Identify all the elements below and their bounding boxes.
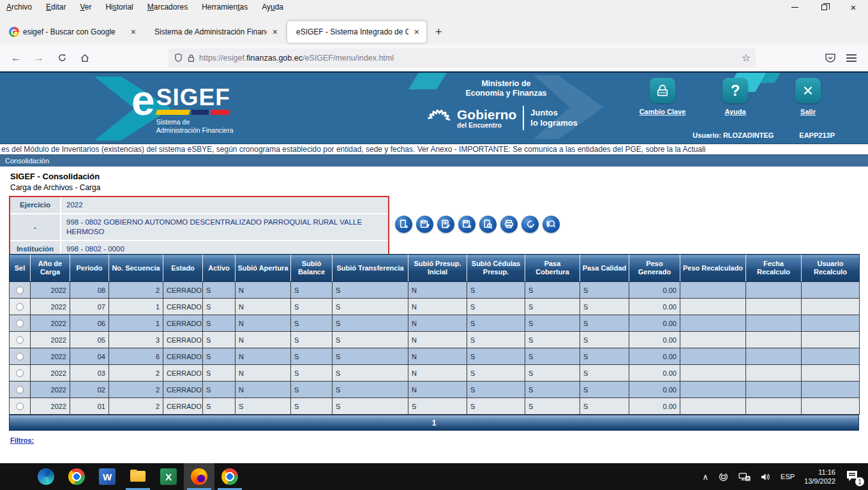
taskbar-start-button[interactable]: [0, 463, 31, 490]
speaker-icon[interactable]: [760, 472, 771, 482]
taskbar-explorer-button[interactable]: [123, 463, 153, 490]
chrome-icon: [68, 468, 85, 485]
cell-1-17: [802, 282, 860, 299]
cell-3-6: S: [203, 315, 236, 332]
cell-1-14: 0.00: [629, 282, 680, 299]
close-button[interactable]: ×: [839, 0, 868, 14]
cell-5-15: [680, 348, 746, 365]
row-radio-button[interactable]: [16, 336, 24, 344]
window-titlebar: ArchivoEditarVerHistorialMarcadoresHerra…: [0, 0, 868, 14]
column-header-4: No. Secuencia: [109, 255, 163, 282]
column-header-9: Subió Transferencia: [333, 255, 408, 282]
taskbar-excel-button[interactable]: X: [153, 463, 184, 490]
menu-item-ayuda[interactable]: Ayuda: [262, 3, 283, 11]
cell-2-8: S: [291, 299, 333, 315]
menu-item-historial[interactable]: Historial: [105, 3, 133, 11]
row-radio-button[interactable]: [16, 403, 24, 410]
back-button[interactable]: ←: [6, 48, 26, 68]
reload-button[interactable]: [52, 48, 71, 68]
upload-file-button[interactable]: [415, 215, 433, 233]
row-radio-button[interactable]: [16, 286, 24, 294]
cell-7-11: S: [467, 382, 525, 398]
select-cell: [10, 332, 31, 348]
cell-5-2: 2022: [31, 348, 70, 365]
home-button[interactable]: [75, 48, 94, 68]
taskbar-chrome-2-button[interactable]: [214, 463, 245, 490]
menu-item-editar[interactable]: Editar: [46, 3, 66, 11]
cell-8-9: S: [333, 398, 408, 415]
select-cell: [10, 365, 31, 382]
cambio-clave-label: Cambio Clave: [640, 108, 686, 115]
cell-5-11: S: [467, 348, 525, 365]
approve-icon: [521, 216, 539, 233]
taskbar-edge-button[interactable]: [31, 463, 61, 490]
menu-item-ver[interactable]: Ver: [80, 3, 91, 11]
cell-7-17: [802, 382, 860, 398]
url-bar[interactable]: https://esigef.finanzas.gob.ec/eSIGEF/me…: [168, 48, 756, 68]
explorer-icon: [130, 468, 146, 485]
new-tab-button[interactable]: +: [429, 26, 449, 39]
row-radio-button[interactable]: [16, 303, 24, 311]
browser-tab-1[interactable]: Gesigef - Buscar con Google×: [4, 21, 143, 43]
taskbar-chrome-button[interactable]: [61, 463, 92, 490]
cell-5-13: S: [580, 348, 629, 365]
network-icon[interactable]: [738, 472, 751, 482]
cell-5-9: S: [333, 348, 408, 365]
minimize-icon: [791, 7, 798, 8]
row-radio-button[interactable]: [16, 353, 24, 360]
notification-center-button[interactable]: 1: [845, 469, 862, 484]
taskbar-firefox-button[interactable]: [184, 463, 214, 490]
cell-3-5: CERRADO: [163, 315, 203, 332]
browser-tab-3[interactable]: eSIGEF - Sistema Integrado de Gesti×: [287, 21, 426, 43]
language-indicator[interactable]: ESP: [781, 473, 795, 480]
taskbar-word-button[interactable]: W: [92, 463, 123, 490]
menu-item-marcadores[interactable]: Marcadores: [147, 3, 188, 11]
validate-button[interactable]: [437, 215, 454, 233]
cell-7-16: [746, 382, 802, 398]
recalculate-icon: [542, 216, 560, 233]
approve-button[interactable]: [521, 215, 539, 233]
tab-close-icon[interactable]: ×: [271, 27, 280, 37]
recalculate-button[interactable]: [542, 215, 560, 233]
print-button[interactable]: [500, 215, 518, 233]
cambio-clave-button[interactable]: Cambio Clave: [637, 78, 688, 115]
lock-icon: [187, 54, 195, 63]
restore-button[interactable]: [809, 0, 839, 14]
delete-button[interactable]: [458, 215, 475, 233]
row-radio-button[interactable]: [16, 320, 24, 327]
tray-chevron-icon[interactable]: ∧: [703, 472, 709, 482]
clock[interactable]: 11:16 13/9/2022: [804, 468, 835, 486]
gobierno-name: Gobierno: [457, 108, 516, 121]
tray-app-icon[interactable]: [718, 471, 729, 482]
cell-1-4: 2: [109, 282, 163, 299]
row-radio-button[interactable]: [16, 369, 24, 377]
row-radio-button[interactable]: [16, 386, 24, 394]
browser-tab-2[interactable]: Sistema de Administración Financie×: [146, 21, 285, 43]
minimize-button[interactable]: [780, 0, 809, 14]
create-new-button[interactable]: [394, 215, 412, 233]
table-row-3: 2022061CERRADOSNSSNSSS0.00: [10, 315, 860, 332]
cell-4-16: [746, 332, 802, 348]
cell-6-2: 2022: [31, 365, 70, 382]
salir-button[interactable]: Salir: [782, 78, 834, 115]
start-icon: [7, 468, 24, 485]
menu-item-archivo[interactable]: Archivo: [6, 3, 32, 11]
page-number[interactable]: 1: [432, 419, 437, 427]
column-header-3: Periodo: [70, 255, 109, 282]
table-row-7: 2022022CERRADOSNSSNSSS0.00: [10, 382, 860, 398]
padlock-icon: [650, 78, 675, 103]
consult-detail-button[interactable]: [479, 215, 497, 233]
filters-link[interactable]: Filtros:: [10, 436, 34, 444]
tab-title: Sistema de Administración Financie: [154, 27, 267, 36]
menu-item-herramientas[interactable]: Herramientas: [202, 3, 248, 11]
forward-button[interactable]: →: [29, 48, 49, 68]
pocket-icon[interactable]: [825, 53, 836, 63]
ayuda-button[interactable]: ?Ayuda: [710, 78, 761, 115]
taskbar-apps: WX: [0, 463, 245, 490]
cell-2-4: 1: [109, 299, 163, 315]
tab-close-icon[interactable]: ×: [129, 27, 138, 37]
app-menu-icon[interactable]: [846, 52, 857, 64]
bookmark-star-icon[interactable]: ☆: [742, 52, 751, 64]
tab-close-icon[interactable]: ×: [412, 27, 421, 37]
cell-6-6: S: [203, 365, 236, 382]
